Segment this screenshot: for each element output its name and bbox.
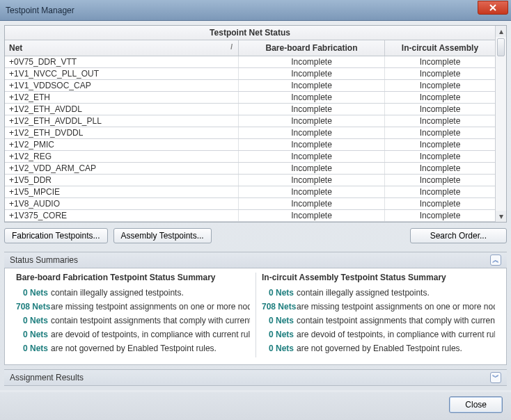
cell-net: +1V2_ETH_AVDDL_PLL — [5, 115, 239, 127]
fabrication-summary-title: Bare-board Fabrication Testpoint Status … — [16, 273, 250, 282]
cell-net: +1V2_VDD_ARM_CAP — [5, 163, 239, 174]
cell-fab: Incomplete — [239, 210, 385, 221]
cell-fab: Incomplete — [239, 127, 385, 138]
summary-text: are not governed by Enabled Testpoint ru… — [297, 344, 462, 353]
scroll-thumb[interactable] — [497, 38, 505, 56]
table-row[interactable]: +1V1_VDDSOC_CAPIncompleteIncomplete — [5, 80, 495, 92]
cell-asm: Incomplete — [385, 127, 495, 138]
table-row[interactable]: +1V5_DDRIncompleteIncomplete — [5, 175, 495, 186]
sort-indicator-icon: / — [230, 43, 233, 51]
table-row[interactable]: +1V375_COREIncompleteIncomplete — [5, 210, 495, 222]
cell-net: +1V2_ETH_DVDDL — [5, 127, 239, 138]
summary-count: 708 Nets — [262, 302, 294, 312]
cell-net: +0V75_DDR_VTT — [5, 56, 239, 67]
search-order-button[interactable]: Search Order... — [410, 228, 507, 243]
cell-asm: Incomplete — [385, 104, 495, 115]
summary-count: 0 Nets — [16, 344, 48, 353]
net-status-table: Testpoint Net Status Net / Bare-board Fa… — [4, 25, 507, 223]
summary-count: 0 Nets — [16, 288, 48, 298]
cell-net: +1V2_REG — [5, 151, 239, 162]
fabrication-summary: Bare-board Fabrication Testpoint Status … — [10, 273, 256, 357]
cell-asm: Incomplete — [385, 68, 495, 79]
summary-line: 0 Netscontain testpoint assignments that… — [16, 316, 250, 325]
summary-line: 0 Netsare devoid of testpoints, in compl… — [262, 330, 495, 339]
cell-asm: Incomplete — [385, 210, 495, 221]
cell-net: +1V2_ETH — [5, 92, 239, 103]
summary-line: 0 Netsare not governed by Enabled Testpo… — [16, 344, 250, 353]
table-row[interactable]: +1V1_NVCC_PLL_OUTIncompleteIncomplete — [5, 68, 495, 80]
close-window-button[interactable] — [478, 1, 508, 15]
summary-count: 0 Nets — [262, 316, 294, 325]
column-header-net[interactable]: Net / — [5, 40, 239, 56]
assignment-results-header[interactable]: Assignment Results ︾ — [4, 369, 507, 386]
bottom-bar: Close — [0, 392, 511, 420]
assembly-testpoints-button[interactable]: Assembly Testpoints... — [113, 228, 212, 243]
vertical-scrollbar[interactable]: ▴ ▾ — [495, 26, 506, 222]
cell-net: +1V1_NVCC_PLL_OUT — [5, 68, 239, 79]
expand-icon[interactable]: ︾ — [490, 372, 501, 383]
close-icon — [489, 4, 496, 11]
cell-fab: Incomplete — [239, 175, 385, 186]
close-button[interactable]: Close — [449, 396, 503, 413]
table-row[interactable]: +1V8_AUDIOIncompleteIncomplete — [5, 198, 495, 210]
scroll-track[interactable] — [496, 37, 506, 211]
title-bar: Testpoint Manager — [0, 0, 511, 21]
cell-fab: Incomplete — [239, 92, 385, 103]
table-row[interactable]: +1V5_MPCIEIncompleteIncomplete — [5, 186, 495, 198]
cell-net: +1V1_VDDSOC_CAP — [5, 80, 239, 91]
fabrication-testpoints-button[interactable]: Fabrication Testpoints... — [4, 228, 108, 243]
summary-line: 708 Netsare missing testpoint assignment… — [262, 302, 495, 312]
cell-net: +1V375_CORE — [5, 210, 239, 221]
cell-asm: Incomplete — [385, 151, 495, 162]
summary-text: are missing testpoint assignments on one… — [51, 302, 250, 312]
table-row[interactable]: +0V75_DDR_VTTIncompleteIncomplete — [5, 56, 495, 68]
summary-line: 0 Netscontain illegally assigned testpoi… — [16, 288, 250, 298]
summary-text: are devoid of testpoints, in compliance … — [51, 330, 250, 339]
column-header-asm[interactable]: In-circuit Assembly — [385, 40, 495, 56]
cell-fab: Incomplete — [239, 115, 385, 127]
assembly-summary: In-circuit Assembly Testpoint Status Sum… — [256, 273, 501, 357]
cell-asm: Incomplete — [385, 56, 495, 67]
scroll-down-arrow-icon[interactable]: ▾ — [496, 211, 506, 222]
table-row[interactable]: +1V2_PMICIncompleteIncomplete — [5, 139, 495, 151]
cell-asm: Incomplete — [385, 115, 495, 127]
summary-count: 0 Nets — [16, 316, 48, 325]
cell-asm: Incomplete — [385, 163, 495, 174]
summary-count: 0 Nets — [262, 344, 294, 353]
collapse-icon[interactable]: ︽ — [490, 255, 501, 266]
cell-fab: Incomplete — [239, 80, 385, 91]
summary-text: are devoid of testpoints, in compliance … — [297, 330, 495, 339]
button-row: Fabrication Testpoints... Assembly Testp… — [4, 228, 507, 243]
scroll-up-arrow-icon[interactable]: ▴ — [496, 26, 506, 37]
assignment-results-label: Assignment Results — [10, 373, 84, 382]
summary-line: 0 Netsare not governed by Enabled Testpo… — [262, 344, 495, 353]
summary-line: 0 Netscontain testpoint assignments that… — [262, 316, 495, 325]
column-header-fab[interactable]: Bare-board Fabrication — [239, 40, 385, 56]
cell-fab: Incomplete — [239, 186, 385, 197]
table-row[interactable]: +1V2_ETHIncompleteIncomplete — [5, 92, 495, 104]
cell-fab: Incomplete — [239, 104, 385, 115]
table-row[interactable]: +1V2_ETH_AVDDL_PLLIncompleteIncomplete — [5, 115, 495, 127]
content-area: Testpoint Net Status Net / Bare-board Fa… — [0, 21, 511, 390]
cell-net: +1V5_DDR — [5, 175, 239, 186]
status-summaries-label: Status Summaries — [10, 255, 78, 265]
cell-net: +1V2_ETH_AVDDL — [5, 104, 239, 115]
summary-text: contain testpoint assignments that compl… — [297, 316, 495, 325]
summary-count: 0 Nets — [262, 330, 294, 339]
summary-text: are missing testpoint assignments on one… — [297, 302, 495, 312]
table-caption: Testpoint Net Status — [5, 26, 495, 40]
cell-net: +1V8_AUDIO — [5, 198, 239, 209]
status-summaries-panel: Bare-board Fabrication Testpoint Status … — [4, 268, 507, 365]
cell-asm: Incomplete — [385, 175, 495, 186]
column-header-fab-label: Bare-board Fabrication — [265, 43, 357, 53]
cell-net: +1V2_PMIC — [5, 139, 239, 150]
table-row[interactable]: +1V2_ETH_AVDDLIncompleteIncomplete — [5, 104, 495, 115]
summary-text: contain illegally assigned testpoints. — [51, 288, 184, 298]
table-row[interactable]: +1V2_VDD_ARM_CAPIncompleteIncomplete — [5, 163, 495, 175]
cell-fab: Incomplete — [239, 139, 385, 150]
status-summaries-header[interactable]: Status Summaries ︽ — [4, 252, 507, 268]
table-row[interactable]: +1V2_ETH_DVDDLIncompleteIncomplete — [5, 127, 495, 139]
table-row[interactable]: +1V2_REGIncompleteIncomplete — [5, 151, 495, 163]
cell-net: +1V5_MPCIE — [5, 186, 239, 197]
summary-line: 708 Netsare missing testpoint assignment… — [16, 302, 250, 312]
